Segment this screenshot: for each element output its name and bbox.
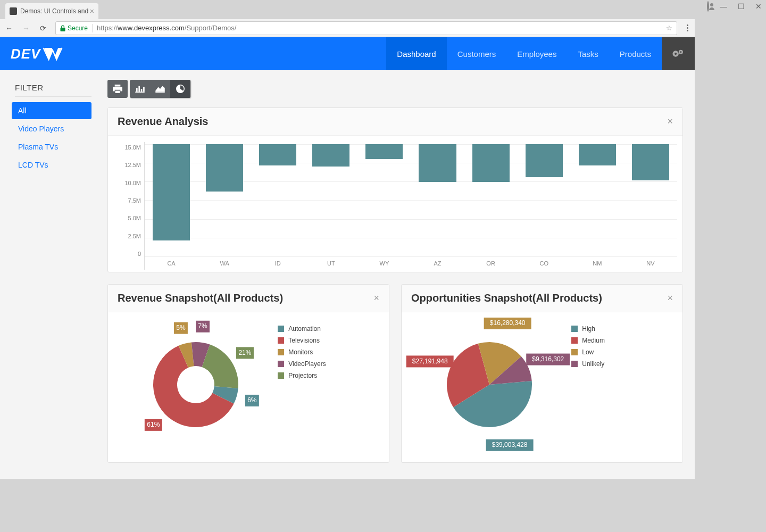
legend-item[interactable]: Monitors bbox=[278, 348, 384, 356]
svg-rect-9 bbox=[155, 92, 165, 93]
legend-label: High bbox=[582, 325, 595, 332]
revenue-donut-chart: 6%61%5%7%21% bbox=[113, 321, 278, 448]
legend-item[interactable]: Televisions bbox=[278, 337, 384, 344]
forward-icon[interactable]: → bbox=[21, 24, 31, 32]
x-tick: NM bbox=[571, 257, 624, 270]
svg-point-3 bbox=[680, 51, 681, 53]
slice-label: 21% bbox=[236, 347, 254, 359]
svg-text:5%: 5% bbox=[176, 324, 186, 331]
legend-swatch bbox=[278, 349, 284, 355]
filter-item[interactable]: All bbox=[12, 102, 91, 119]
legend-item[interactable]: Unlikely bbox=[571, 360, 677, 368]
legend-swatch bbox=[571, 349, 578, 355]
bar-AZ[interactable] bbox=[419, 144, 456, 182]
filter-item[interactable]: LCD TVs bbox=[12, 156, 91, 173]
bar-UT[interactable] bbox=[312, 144, 349, 167]
legend-item[interactable]: Medium bbox=[571, 337, 677, 344]
revenue-analysis-panel: Revenue Analysis × 15.0M12.5M10.0M7.5M5.… bbox=[107, 107, 683, 272]
filter-item[interactable]: Plasma TVs bbox=[12, 138, 91, 155]
back-icon[interactable]: ← bbox=[4, 24, 14, 32]
main-content: Revenue Analysis × 15.0M12.5M10.0M7.5M5.… bbox=[101, 70, 695, 479]
bookmark-icon[interactable]: ☆ bbox=[666, 24, 672, 32]
x-tick: OR bbox=[464, 257, 518, 270]
legend-label: Low bbox=[582, 348, 594, 356]
legend-item[interactable]: Low bbox=[571, 348, 677, 356]
nav-item-employees[interactable]: Employees bbox=[506, 37, 567, 70]
slice-label: $27,191,948 bbox=[406, 355, 453, 367]
legend-item[interactable]: Automation bbox=[278, 325, 384, 332]
filter-sidebar: FILTER AllVideo PlayersPlasma TVsLCD TVs bbox=[0, 70, 101, 479]
legend-label: Medium bbox=[582, 337, 605, 344]
close-icon[interactable]: × bbox=[90, 7, 94, 15]
bar-OR[interactable] bbox=[472, 144, 510, 182]
svg-text:6%: 6% bbox=[247, 396, 257, 404]
nav-item-customers[interactable]: Customers bbox=[447, 37, 507, 70]
app-navbar: DEV DashboardCustomersEmployeesTasksProd… bbox=[0, 37, 695, 70]
tab-favicon bbox=[10, 7, 17, 15]
chart-toolbar bbox=[107, 80, 683, 98]
svg-text:7%: 7% bbox=[198, 322, 207, 330]
svg-text:$27,191,948: $27,191,948 bbox=[412, 358, 447, 365]
filter-item[interactable]: Video Players bbox=[12, 120, 91, 137]
x-tick: CA bbox=[145, 257, 198, 270]
bar-WA[interactable] bbox=[206, 144, 243, 192]
nav-item-products[interactable]: Products bbox=[609, 37, 662, 70]
primary-nav: DashboardCustomersEmployeesTasksProducts bbox=[386, 37, 662, 70]
bar-NM[interactable] bbox=[579, 144, 616, 165]
legend-label: Televisions bbox=[288, 337, 320, 344]
legend-swatch bbox=[278, 361, 284, 367]
browser-tab[interactable]: Demos: UI Controls and F × bbox=[5, 3, 98, 19]
logo-text: DEV bbox=[11, 46, 40, 62]
reload-icon[interactable]: ⟳ bbox=[38, 24, 48, 32]
bar-ID[interactable] bbox=[259, 144, 296, 165]
close-icon[interactable]: × bbox=[373, 293, 379, 304]
legend-item[interactable]: VideoPlayers bbox=[278, 360, 384, 368]
bar-chart-button[interactable] bbox=[130, 80, 150, 98]
panel-title: Revenue Snapshot(All Products) bbox=[118, 292, 283, 304]
legend-swatch bbox=[278, 326, 284, 332]
opportunities-legend: HighMediumLowUnlikely bbox=[571, 321, 677, 448]
browser-menu-icon[interactable] bbox=[685, 24, 690, 31]
slice-label: 5% bbox=[174, 322, 188, 334]
x-tick: UT bbox=[304, 257, 357, 270]
revenue-snapshot-panel: Revenue Snapshot(All Products) × 6%61%5%… bbox=[107, 284, 389, 463]
slice-label: $39,003,428 bbox=[486, 439, 533, 451]
address-bar[interactable]: Secure https://www.devexpress.com/Suppor… bbox=[55, 21, 677, 35]
filter-heading: FILTER bbox=[15, 83, 91, 97]
svg-rect-8 bbox=[143, 87, 145, 92]
legend-item[interactable]: High bbox=[571, 325, 677, 332]
nav-item-tasks[interactable]: Tasks bbox=[567, 37, 609, 70]
bar-CO[interactable] bbox=[526, 144, 563, 177]
bar-WY[interactable] bbox=[365, 144, 403, 159]
browser-urlbar: ← → ⟳ Secure https://www.devexpress.com/… bbox=[0, 19, 695, 37]
bar-NV[interactable] bbox=[632, 144, 669, 180]
opportunities-pie-chart: $39,003,428$27,191,948$16,280,340$9,316,… bbox=[407, 321, 571, 448]
legend-label: Projectors bbox=[288, 372, 317, 379]
svg-point-1 bbox=[675, 53, 677, 55]
legend-item[interactable]: Projectors bbox=[278, 372, 384, 379]
legend-swatch bbox=[571, 337, 578, 344]
url-text: https://www.devexpress.com/Support/Demos… bbox=[97, 24, 236, 32]
area-chart-button[interactable] bbox=[150, 80, 170, 98]
revenue-bar-chart: 15.0M12.5M10.0M7.5M5.0M2.5M0 CAWAIDUTWYA… bbox=[113, 142, 677, 270]
close-icon[interactable]: × bbox=[667, 293, 673, 304]
legend-label: Automation bbox=[288, 325, 321, 332]
bar-CA[interactable] bbox=[153, 144, 190, 240]
x-tick: NV bbox=[624, 257, 677, 270]
svg-text:21%: 21% bbox=[238, 349, 251, 356]
settings-button[interactable] bbox=[662, 37, 695, 70]
pie-chart-button[interactable] bbox=[170, 80, 190, 98]
slice-label: 7% bbox=[196, 321, 210, 332]
app-logo[interactable]: DEV bbox=[0, 37, 63, 70]
secure-label: Secure bbox=[68, 24, 88, 32]
nav-item-dashboard[interactable]: Dashboard bbox=[386, 37, 446, 70]
x-tick: ID bbox=[251, 257, 304, 270]
opportunities-snapshot-panel: Opportunities Snapshot(All Products) × $… bbox=[401, 284, 683, 463]
slice-label: $16,280,340 bbox=[484, 318, 531, 329]
print-button[interactable] bbox=[107, 80, 128, 98]
svg-rect-6 bbox=[138, 86, 140, 92]
svg-rect-4 bbox=[135, 92, 145, 93]
close-icon[interactable]: × bbox=[667, 116, 673, 127]
legend-swatch bbox=[278, 372, 284, 379]
slice-label: $9,316,302 bbox=[526, 354, 570, 365]
